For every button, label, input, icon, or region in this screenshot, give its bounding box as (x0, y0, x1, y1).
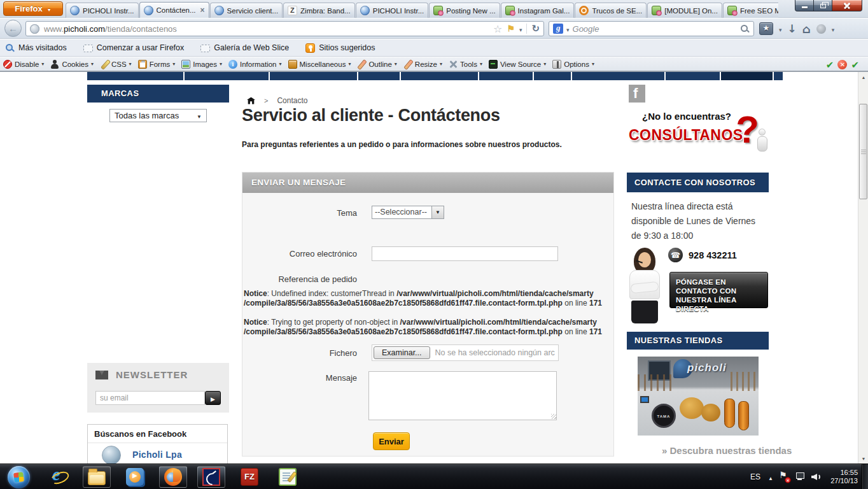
select-dropdown-button[interactable] (431, 206, 444, 218)
bookmark-item[interactable]: Galería de Web Slice (200, 43, 289, 52)
search-input[interactable] (573, 24, 737, 34)
restore-button[interactable] (814, 0, 832, 11)
site-nav-item[interactable] (572, 72, 664, 80)
validation-check-icon[interactable] (826, 59, 834, 71)
browser-tab[interactable]: Trucos de SE... (575, 3, 647, 18)
url-bar[interactable]: www.picholi.com/tienda/contactenos (25, 21, 544, 36)
home-breadcrumb-icon[interactable] (247, 97, 255, 104)
taskbar-notepad-plus[interactable] (274, 466, 302, 488)
taskbar-filezilla[interactable] (235, 466, 263, 488)
scroll-up-button[interactable] (858, 72, 868, 82)
validation-check-icon[interactable] (851, 59, 859, 71)
bookmark-item[interactable]: Más visitados (5, 43, 67, 53)
site-nav-item[interactable] (270, 72, 357, 80)
site-nav-item[interactable] (479, 72, 533, 80)
site-nav-item[interactable] (185, 72, 269, 80)
bookmarks-menu-button[interactable] (759, 22, 773, 35)
caret-down-icon[interactable] (519, 23, 522, 34)
addon-icon[interactable] (816, 24, 826, 34)
resize-grip[interactable] (551, 414, 556, 419)
devbar-item-forms[interactable]: Forms▾ (138, 60, 176, 69)
taskbar-internet-explorer[interactable] (45, 466, 73, 488)
site-nav-item[interactable] (87, 72, 183, 80)
search-magnifier-icon[interactable] (740, 24, 750, 34)
browser-tab[interactable]: [MODULE] On... (647, 3, 722, 18)
browser-tab[interactable]: Free SEO Mod... (723, 3, 778, 18)
hotline-button[interactable]: PÓNGASE EN CONTACTO CON NUESTRA LÍNEA DI… (669, 272, 768, 308)
taskbar-start[interactable] (3, 466, 34, 488)
network-icon[interactable] (794, 472, 805, 482)
browser-tab[interactable]: Contácten...× (139, 2, 209, 18)
google-icon[interactable] (553, 24, 563, 34)
devbar-item-css[interactable]: CSS▾ (100, 60, 132, 69)
caret-down-icon[interactable] (779, 23, 782, 34)
stores-photo[interactable]: picholi TAMA (638, 357, 759, 436)
browse-button[interactable]: Examinar... (374, 346, 430, 359)
bookmark-item[interactable]: Comenzar a usar Firefox (83, 43, 185, 52)
site-nav-item[interactable] (666, 72, 720, 80)
taskbar-satellite-app[interactable] (197, 466, 225, 488)
back-button[interactable] (4, 20, 22, 37)
tray-expand-icon[interactable] (768, 471, 773, 483)
reload-icon[interactable] (531, 23, 540, 34)
scroll-thumb[interactable] (859, 104, 867, 199)
tema-select[interactable]: --Seleccionar-- (372, 206, 444, 219)
scroll-down-button[interactable] (858, 453, 868, 464)
taskbar-media-player[interactable] (121, 466, 149, 488)
browser-tab[interactable]: Instagram Gal... (501, 3, 575, 18)
browser-tab[interactable]: Posting New ... (429, 3, 500, 18)
taskbar-firefox[interactable] (159, 466, 187, 488)
devbar-item-disable[interactable]: Disable▾ (3, 60, 44, 69)
devbar-item-resize[interactable]: Resize▾ (403, 60, 442, 69)
facebook-share-icon[interactable] (629, 85, 645, 103)
taskbar-windows-explorer[interactable] (83, 466, 111, 488)
bookmark-star-icon[interactable] (493, 23, 502, 35)
bookmark-item[interactable]: Sitios sugeridos (305, 43, 375, 53)
email-input[interactable] (372, 246, 558, 261)
validation-error-icon[interactable] (837, 60, 847, 69)
language-indicator[interactable]: ES (748, 471, 762, 483)
submit-button[interactable]: Enviar (373, 432, 410, 450)
consultanos-banner[interactable]: ¿No lo encuentras? CONSÚLTANOS ? (627, 107, 769, 158)
site-nav-item[interactable] (721, 72, 773, 80)
volume-icon[interactable] (811, 472, 822, 482)
brands-select[interactable]: Todas las marcas (109, 109, 207, 122)
browser-tab[interactable]: PICHOLI Instr... (66, 3, 139, 18)
devbar-item-images[interactable]: Images▾ (181, 60, 222, 69)
firefox-menu-button[interactable]: Firefox (3, 1, 63, 16)
message-textarea[interactable] (368, 371, 557, 420)
downloads-icon[interactable] (788, 22, 797, 35)
browser-tab[interactable]: Zimbra: Band... (283, 3, 355, 18)
caret-down-icon[interactable] (832, 23, 835, 34)
site-nav-item[interactable] (401, 72, 478, 80)
show-desktop-button[interactable] (862, 464, 868, 489)
figure-body (757, 136, 767, 152)
search-bar[interactable] (549, 21, 754, 36)
devbar-item-view-source[interactable]: View Source▾ (489, 60, 546, 69)
scrollbar[interactable] (858, 72, 868, 464)
tab-close-button[interactable]: × (200, 6, 205, 15)
devbar-item-miscellaneous[interactable]: Miscellaneous▾ (288, 60, 351, 69)
flag-icon[interactable] (507, 23, 515, 34)
newsletter-submit-button[interactable] (205, 391, 221, 405)
newsletter-email-input[interactable] (95, 391, 205, 405)
devbar-item-tools[interactable]: Tools▾ (449, 60, 482, 69)
file-input[interactable]: Examinar... No se ha seleccionado ningún… (372, 344, 559, 361)
clock[interactable]: 16:55 27/10/13 (827, 469, 858, 485)
minimize-button[interactable] (795, 0, 814, 11)
browser-tab[interactable]: PICHOLI Instr... (356, 3, 429, 18)
devbar-item-information[interactable]: Information▾ (228, 60, 282, 69)
action-center-flag-icon[interactable] (779, 472, 788, 482)
site-nav-item[interactable] (358, 72, 400, 80)
home-icon[interactable] (802, 22, 811, 36)
devbar-item-options[interactable]: Options▾ (552, 60, 594, 69)
facebook-page-link[interactable]: Picholi Lpa (132, 450, 182, 460)
close-button[interactable] (832, 0, 862, 11)
site-nav-item[interactable] (534, 72, 571, 80)
caret-down-icon[interactable] (566, 23, 570, 34)
browser-tab[interactable]: Servicio client... (210, 3, 283, 18)
devbar-item-outline[interactable]: Outline▾ (357, 60, 396, 69)
devbar-item-cookies[interactable]: Cookies▾ (50, 60, 94, 69)
site-nav-item[interactable] (774, 72, 783, 80)
discover-stores-link[interactable]: » Descubra nuestras tiendas (662, 445, 792, 456)
